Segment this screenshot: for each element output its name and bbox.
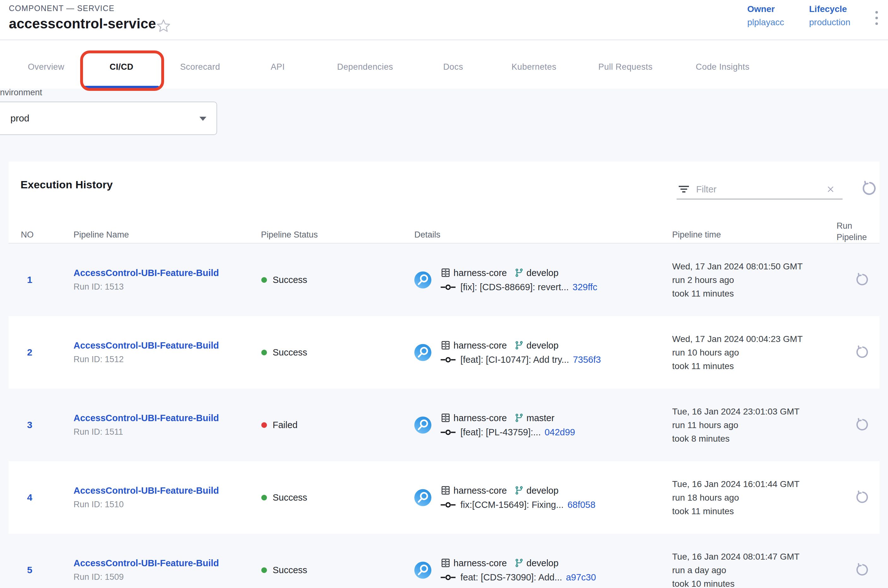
tab-overview[interactable]: Overview xyxy=(28,62,65,72)
entity-kind-breadcrumb: COMPONENT — SERVICE xyxy=(9,4,114,13)
harness-pipeline-icon xyxy=(414,344,431,361)
rerun-icon xyxy=(855,273,869,287)
commit-icon xyxy=(440,501,456,508)
run-pipeline-button[interactable] xyxy=(847,345,877,360)
time-duration: took 11 minutes xyxy=(672,287,868,300)
status-text: Success xyxy=(273,275,307,285)
status-dot xyxy=(261,350,267,355)
tab-docs[interactable]: Docs xyxy=(443,62,463,72)
owner-link[interactable]: plplayacc xyxy=(747,16,784,29)
tab-kubernetes[interactable]: Kubernetes xyxy=(512,62,556,72)
commit-icon xyxy=(440,356,456,363)
repo-branch-line: harness-core develop xyxy=(440,340,601,351)
time-relative: run 10 hours ago xyxy=(672,346,868,359)
pipeline-status-cell: Success xyxy=(261,275,307,285)
filter-field xyxy=(676,180,843,200)
run-id: Run ID: 1511 xyxy=(74,427,250,437)
commit-line: [feat]: [CI-10747]: Add try... 7356f3 xyxy=(440,355,601,365)
harness-pipeline-icon xyxy=(414,271,431,288)
commit-line: [feat]: [PL-43759]:... 042d99 xyxy=(440,427,575,438)
pipeline-status-cell: Failed xyxy=(261,420,298,430)
filter-funnel-icon xyxy=(678,183,690,195)
table-row: 3 AccessControl-UBI-Feature-Build Run ID… xyxy=(9,388,879,461)
filter-input[interactable] xyxy=(696,184,816,195)
run-pipeline-button[interactable] xyxy=(847,490,877,505)
git-branch-icon xyxy=(514,413,524,423)
favorite-star-icon[interactable] xyxy=(156,18,171,33)
time-duration: took 10 minutes xyxy=(672,577,868,588)
commit-sha-link[interactable]: 042d99 xyxy=(545,427,575,438)
col-header-time: Pipeline time xyxy=(672,229,721,240)
tab-pull-requests[interactable]: Pull Requests xyxy=(598,62,653,72)
run-id: Run ID: 1510 xyxy=(74,500,250,510)
repo-name: harness-core xyxy=(454,485,507,496)
pipeline-name-link[interactable]: AccessControl-UBI-Feature-Build xyxy=(74,413,250,423)
table-row: 5 AccessControl-UBI-Feature-Build Run ID… xyxy=(9,534,879,588)
details-cell: harness-core develop [feat]: [CI-10747]:… xyxy=(414,340,601,365)
commit-icon xyxy=(440,574,456,581)
commit-sha-link[interactable]: a97c30 xyxy=(566,572,596,583)
execution-history-card: Execution History NO Pipeline Name Pipel… xyxy=(9,162,879,588)
rerun-icon xyxy=(855,563,869,577)
run-pipeline-button[interactable] xyxy=(847,563,877,577)
row-number: 1 xyxy=(21,274,39,285)
pipeline-status-cell: Success xyxy=(261,565,307,575)
owner-meta: Owner plplayacc xyxy=(747,3,784,29)
commit-sha-link[interactable]: 68f058 xyxy=(567,500,595,510)
repository-icon xyxy=(440,558,451,568)
refresh-icon[interactable] xyxy=(861,180,877,197)
pipeline-name-link[interactable]: AccessControl-UBI-Feature-Build xyxy=(74,486,250,496)
status-text: Failed xyxy=(273,420,298,430)
time-duration: took 8 minutes xyxy=(672,432,868,446)
tab-api[interactable]: API xyxy=(271,62,285,72)
entity-header: COMPONENT — SERVICE accesscontrol-servic… xyxy=(0,0,888,40)
clear-filter-icon[interactable] xyxy=(825,184,835,194)
row-number: 5 xyxy=(21,565,39,575)
time-relative: run a day ago xyxy=(672,563,868,577)
commit-sha-link[interactable]: 329ffc xyxy=(572,282,597,292)
commit-message: [feat]: [CI-10747]: Add try... xyxy=(460,355,569,365)
environment-dropdown[interactable]: prod xyxy=(0,102,217,135)
details-cell: harness-core develop fix:[CCM-15649]: Fi… xyxy=(414,485,595,510)
repo-name: harness-core xyxy=(454,412,507,423)
pipeline-name-link[interactable]: AccessControl-UBI-Feature-Build xyxy=(74,558,250,568)
commit-message: [feat]: [PL-43759]:... xyxy=(460,427,541,438)
status-text: Success xyxy=(273,347,307,358)
pipeline-name-link[interactable]: AccessControl-UBI-Feature-Build xyxy=(74,340,250,351)
status-dot xyxy=(261,567,267,573)
row-number: 2 xyxy=(21,347,39,358)
time-relative: run 11 hours ago xyxy=(672,418,868,432)
table-row: 2 AccessControl-UBI-Feature-Build Run ID… xyxy=(9,316,879,388)
tab-cicd[interactable]: CI/CD xyxy=(110,62,134,72)
tab-scorecard[interactable]: Scorecard xyxy=(180,62,220,72)
pipeline-time-cell: Tue, 16 Jan 2024 08:01:47 GMT run a day … xyxy=(672,550,868,588)
commit-sha-link[interactable]: 7356f3 xyxy=(573,355,601,365)
run-pipeline-button[interactable] xyxy=(847,418,877,432)
repo-branch-line: harness-core develop xyxy=(440,267,597,278)
commit-line: feat: [CDS-73090]: Add... a97c30 xyxy=(440,572,596,583)
harness-pipeline-icon xyxy=(414,561,431,579)
chevron-down-icon xyxy=(200,117,206,121)
repo-name: harness-core xyxy=(454,267,507,278)
tab-code-insights[interactable]: Code Insights xyxy=(696,62,750,72)
col-header-details: Details xyxy=(414,229,440,240)
pipeline-name-cell: AccessControl-UBI-Feature-Build Run ID: … xyxy=(74,268,250,292)
col-header-status: Pipeline Status xyxy=(261,229,318,240)
kebab-menu-icon[interactable] xyxy=(871,9,882,28)
run-pipeline-button[interactable] xyxy=(847,273,877,287)
status-dot xyxy=(261,495,267,500)
details-lines: harness-core develop [feat]: [CI-10747]:… xyxy=(440,340,601,365)
tab-dependencies[interactable]: Dependencies xyxy=(337,62,393,72)
details-cell: harness-core develop [fix]: [CDS-88669]:… xyxy=(414,267,597,292)
commit-message: [fix]: [CDS-88669]: revert... xyxy=(460,282,569,292)
branch-name: develop xyxy=(526,267,559,278)
time-relative: run 2 hours ago xyxy=(672,273,868,287)
time-gmt: Wed, 17 Jan 2024 08:01:50 GMT xyxy=(672,260,868,273)
time-gmt: Tue, 16 Jan 2024 08:01:47 GMT xyxy=(672,550,868,563)
row-number: 3 xyxy=(21,420,39,430)
pipeline-name-cell: AccessControl-UBI-Feature-Build Run ID: … xyxy=(74,558,250,582)
details-cell: harness-core develop feat: [CDS-73090]: … xyxy=(414,558,596,583)
environment-label: Environment xyxy=(0,88,42,98)
row-number: 4 xyxy=(21,492,39,503)
pipeline-name-link[interactable]: AccessControl-UBI-Feature-Build xyxy=(74,268,250,278)
